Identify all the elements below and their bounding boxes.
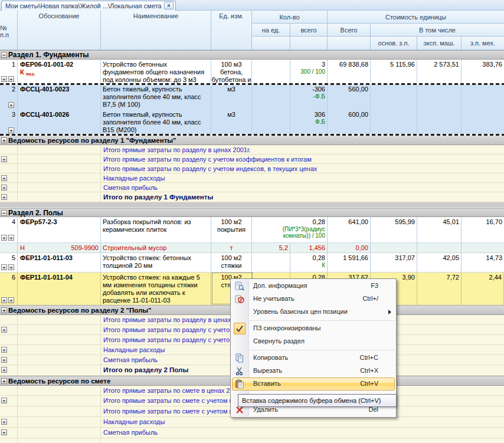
expand-icon[interactable]: + <box>1 175 7 181</box>
cell-total: 560,00 <box>348 86 368 93</box>
expand-icon[interactable]: + <box>8 76 14 82</box>
cell-base-salary: 317,07 <box>395 254 415 262</box>
summary-row[interactable]: + Накладные расходы <box>0 173 504 183</box>
cell-base-salary: 595,99 <box>395 218 415 226</box>
table-row-position-1[interactable]: 1 + + ФЕР06-01-001-02 К поз. Устройство … <box>0 60 504 84</box>
col-header-mech-salary: з.п. мех. <box>462 37 504 50</box>
menu-item-pz-synchronized[interactable]: ПЗ синхронизированы <box>231 322 396 335</box>
row-name: Строительный мусор <box>101 243 211 252</box>
row-number: 1 <box>12 61 15 68</box>
expand-icon[interactable]: + <box>1 357 7 363</box>
menu-item-copy[interactable]: Копировать Ctrl+C <box>231 352 396 365</box>
cell-mech-salary: 383,76 <box>482 61 502 68</box>
copy-icon <box>234 353 245 363</box>
col-header-unit-cost-group: Стоимость единицы <box>328 11 504 24</box>
section-header-resources-1[interactable]: + Ведомость ресурсов по разделу 1 "Фунда… <box>0 135 504 145</box>
section-header-2[interactable]: − Раздел 2. Полы <box>0 208 504 217</box>
row-flag: Н <box>20 244 25 252</box>
tab-local-estimate[interactable]: Мои сметы\Новая папка\Жилой ...\Локальна… <box>1 1 176 11</box>
summary-row[interactable]: + Сметная прибыль <box>0 428 504 438</box>
qty-formula: 300 / 100 <box>300 68 325 75</box>
row-unit: м3 <box>211 110 251 119</box>
qty-formula: -Ф.Б <box>313 93 325 100</box>
row-unit: 100 м2 покрытия <box>211 217 251 234</box>
col-header-qty-per-spacer <box>252 37 290 50</box>
expand-icon[interactable]: + <box>8 235 14 241</box>
expand-icon[interactable]: + <box>1 137 7 143</box>
table-row-position-5[interactable]: 5 + + ФЕР11-01-011-03 Устройство стяжек:… <box>0 253 504 273</box>
col-header-qty-per: на ед. <box>252 24 290 37</box>
menu-item-base-price-level[interactable]: Уровень базисных цен позиции <box>231 306 396 319</box>
col-header-total-spacer <box>328 37 371 50</box>
section-header-1[interactable]: − Раздел 1. Фундаменты <box>0 50 504 60</box>
expand-icon[interactable]: + <box>1 76 7 82</box>
expand-icon[interactable]: + <box>1 429 7 435</box>
cell-machines: 2 573,51 <box>434 61 459 68</box>
tab-bar: Мои сметы\Новая папка\Жилой ...\Локальна… <box>0 0 504 11</box>
expand-icon[interactable]: + <box>8 102 14 108</box>
table-row-debris[interactable]: Н 509-9900 Строительный мусор т 5,2 1,45… <box>0 243 504 253</box>
menu-item-paste[interactable]: Вставить Ctrl+V <box>231 378 396 391</box>
cell-base-salary: 5 115,96 <box>390 61 415 68</box>
expand-icon[interactable]: + <box>1 264 7 270</box>
row-unit: м3 <box>211 84 251 93</box>
row-name: Устройство стяжек: бетонных толщиной 20 … <box>101 253 211 270</box>
tab-close-icon[interactable]: × <box>164 2 174 9</box>
expand-icon[interactable]: + <box>1 327 7 333</box>
expand-icon[interactable]: + <box>1 367 7 373</box>
cell-total: 0,00 <box>356 244 368 252</box>
col-header-justification: Обоснование <box>18 11 101 50</box>
qty-formula: (ПИ*3*3(радиус комнаты)) / 100 <box>260 226 325 239</box>
summary-row[interactable]: Итого прямые затраты по разделу с учетом… <box>0 164 504 173</box>
col-header-qty-total-spacer <box>290 37 328 50</box>
expand-icon[interactable]: + <box>1 419 7 425</box>
row-code: ФССЦ-401-0026 <box>18 110 100 119</box>
expand-icon[interactable]: + <box>1 235 7 241</box>
table-row-resource-2[interactable]: 2 + ФССЦ-401-0023 Бетон тяжелый, крупнос… <box>0 84 504 110</box>
col-header-total: Всего <box>328 24 371 37</box>
row-name: Устройство стяжек: на каждые 5 мм измене… <box>101 273 211 304</box>
cell-mech-salary: 2,44 <box>489 274 502 281</box>
exclude-icon <box>234 294 245 304</box>
expand-icon[interactable]: + <box>8 127 14 133</box>
cell-machines: 45,01 <box>443 218 459 226</box>
expand-icon[interactable]: + <box>1 194 7 200</box>
expand-icon[interactable]: + <box>8 264 14 270</box>
cell-qty-total: 306 <box>315 111 325 119</box>
estimate-window: Мои сметы\Новая папка\Жилой ...\Локальна… <box>0 0 504 443</box>
expand-icon[interactable]: + <box>1 297 7 303</box>
col-header-unit: Ед. изм. <box>211 11 252 50</box>
cell-qty-total: -306 <box>312 86 325 93</box>
col-header-base-salary: основ. з.п. <box>371 37 417 50</box>
expand-icon[interactable]: + <box>8 297 14 303</box>
summary-row-total[interactable]: + Итого по разделу 1 Фундаменты <box>0 192 504 202</box>
cell-qty-per <box>252 60 290 84</box>
tab-title: Мои сметы\Новая папка\Жилой ...\Локальна… <box>5 2 162 9</box>
summary-row[interactable]: + Итого прямые затраты по разделу с учет… <box>0 155 504 164</box>
expand-icon[interactable]: + <box>1 398 7 403</box>
paste-tooltip: Вставка содержимого буфера обмена (Ctrl+… <box>238 394 397 407</box>
menu-item-exclude[interactable]: Не учитывать Ctrl+/ <box>231 293 396 306</box>
row-name: Бетон тяжелый, крупность заполнителя бол… <box>101 110 211 134</box>
row-code: 509-9900 <box>71 244 99 252</box>
summary-row[interactable]: Итого прямые затраты по разделу в ценах … <box>0 145 504 155</box>
table-row-resource-3[interactable]: 3 + ФССЦ-401-0026 Бетон тяжелый, крупнос… <box>0 110 504 135</box>
summary-row[interactable]: + Накладные расходы <box>0 417 504 428</box>
menu-item-cut[interactable]: Вырезать Ctrl+X <box>231 365 396 378</box>
expand-icon[interactable]: + <box>1 307 7 313</box>
cut-selection-border-bottom <box>0 134 504 136</box>
submenu-arrow-icon <box>388 310 391 314</box>
expand-icon[interactable]: + <box>1 185 7 191</box>
row-name: Устройство бетонных фундаментов общего н… <box>101 60 211 84</box>
table-row-position-4[interactable]: 4 + + ФЕРр57-2-3 Разборка покрытий полов… <box>0 217 504 243</box>
expand-icon[interactable]: + <box>1 156 7 162</box>
menu-item-additional-info[interactable]: Доп. информация F3 <box>231 280 396 293</box>
cell-qty-total: 0,28 <box>313 254 325 262</box>
collapse-icon[interactable]: − <box>1 52 7 58</box>
expand-icon[interactable]: + <box>1 378 7 384</box>
collapse-icon[interactable]: − <box>1 210 7 216</box>
cell-machines: 42,05 <box>443 254 459 262</box>
expand-icon[interactable]: + <box>1 347 7 353</box>
menu-item-collapse-section[interactable]: Свернуть раздел <box>231 335 396 348</box>
summary-row[interactable]: + Сметная прибыль <box>0 183 504 192</box>
